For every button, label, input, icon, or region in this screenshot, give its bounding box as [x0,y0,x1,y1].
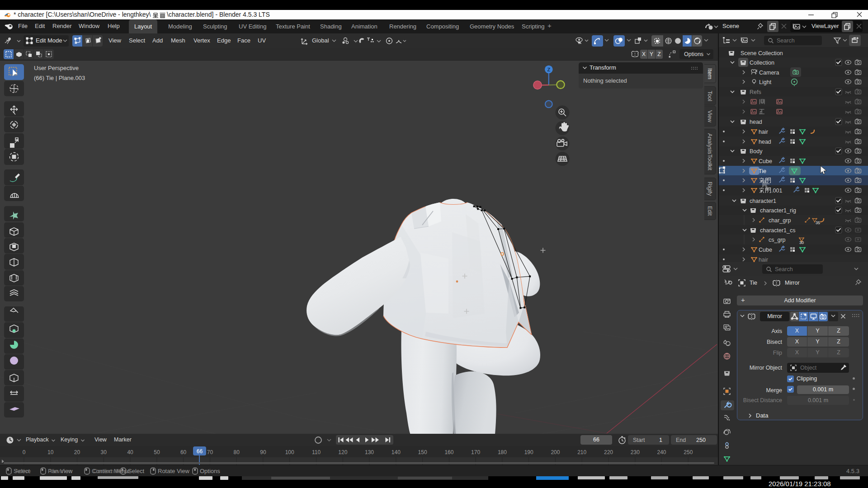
svg-text:Cube: Cube [759,158,772,164]
svg-text:Camera: Camera [759,70,779,76]
svg-text:220: 220 [604,449,613,455]
svg-text:140: 140 [392,449,401,455]
svg-text:180: 180 [498,449,507,455]
svg-text:100: 100 [285,449,294,455]
svg-text:character1_cs: character1_cs [760,227,796,234]
svg-text:80: 80 [234,449,240,455]
svg-text:60: 60 [180,449,187,455]
svg-text:char_grp: char_grp [769,217,791,224]
svg-text:50: 50 [154,449,160,455]
svg-text:Tie: Tie [759,168,766,174]
svg-text:10: 10 [47,449,54,455]
svg-text:20: 20 [74,449,80,455]
svg-text:head: head [750,119,762,125]
svg-text:210: 210 [577,449,586,455]
svg-text:character1_rig: character1_rig [760,207,796,214]
svg-text:230: 230 [631,449,640,455]
svg-text:250: 250 [684,449,693,455]
svg-text:40: 40 [127,449,133,455]
svg-text:cs_grp: cs_grp [769,237,786,243]
svg-text:200: 200 [551,449,560,455]
svg-text:Body: Body [750,148,763,155]
svg-text:190: 190 [524,449,533,455]
svg-text:130: 130 [365,449,374,455]
svg-text:70: 70 [207,449,213,455]
svg-text:160: 160 [444,449,453,455]
svg-text:.001: .001 [771,188,782,194]
svg-text:head: head [759,139,771,145]
svg-text:30: 30 [101,449,107,455]
svg-text:hair: hair [759,257,768,263]
svg-text:66: 66 [197,448,203,455]
svg-text:30: 30 [799,240,804,245]
svg-text:90: 90 [260,449,266,455]
svg-text:character1: character1 [750,198,776,204]
svg-text:0: 0 [23,449,26,455]
svg-text:35: 35 [816,221,820,225]
svg-text:Refs: Refs [750,89,761,95]
svg-text:240: 240 [657,449,666,455]
svg-text:Light: Light [759,79,772,85]
svg-text:150: 150 [418,449,427,455]
svg-text:Scene Collection: Scene Collection [741,50,783,56]
svg-text:Z: Z [547,67,550,72]
svg-text:Cube: Cube [759,247,772,253]
svg-text:110: 110 [312,449,321,455]
svg-text:Collection: Collection [750,60,774,66]
svg-text:hair: hair [759,129,768,135]
svg-text:170: 170 [471,449,480,455]
svg-text:120: 120 [338,449,347,455]
